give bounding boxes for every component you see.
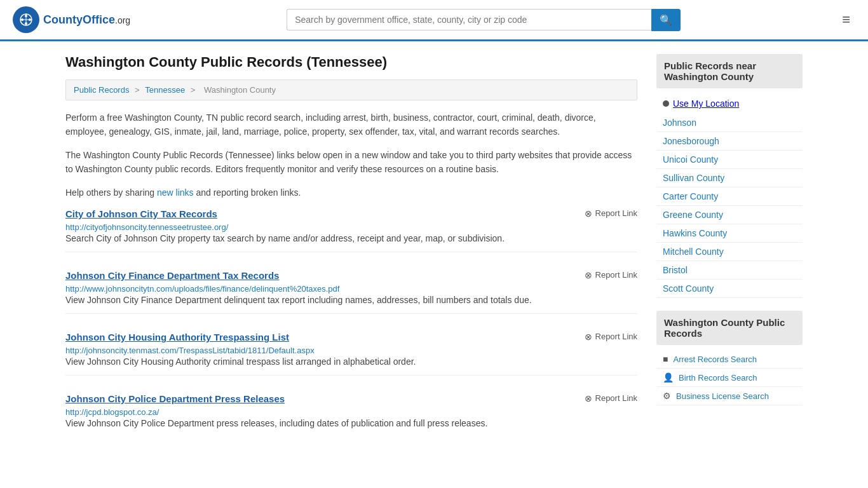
record-url[interactable]: http://jcpd.blogspot.co.za/ (65, 407, 159, 417)
nearby-place-item[interactable]: Bristol (656, 261, 803, 280)
use-location-link[interactable]: Use My Location (673, 98, 739, 109)
nearby-place-item[interactable]: Jonesborough (656, 132, 803, 151)
logo-area[interactable]: CountyOffice.org (13, 6, 130, 33)
record-entry: Johnson City Finance Department Tax Reco… (65, 270, 637, 314)
record-desc: View Johnson City Finance Department del… (65, 294, 637, 307)
description-2: The Washington County Public Records (Te… (65, 148, 637, 177)
breadcrumb-tennessee[interactable]: Tennessee (145, 85, 185, 95)
nearby-place-item[interactable]: Hawkins County (656, 224, 803, 243)
location-dot-icon (663, 100, 669, 107)
nearby-place-link[interactable]: Scott County (663, 283, 714, 294)
breadcrumb-public-records[interactable]: Public Records (74, 85, 129, 95)
report-link[interactable]: ⊗ Report Link (585, 393, 637, 403)
nearby-place-item[interactable]: Sullivan County (656, 169, 803, 187)
record-entry: Johnson City Housing Authority Trespassi… (65, 332, 637, 376)
record-desc: View Johnson City Police Department pres… (65, 417, 637, 430)
breadcrumb-sep2: > (191, 85, 198, 95)
description-3: Help others by sharing new links and rep… (65, 186, 637, 200)
report-icon: ⊗ (585, 332, 592, 342)
nearby-place-item[interactable]: Johnson (656, 114, 803, 132)
nearby-place-item[interactable]: Unicoi County (656, 151, 803, 169)
search-input[interactable] (287, 9, 651, 30)
record-entry: Johnson City Police Department Press Rel… (65, 393, 637, 437)
record-entry: City of Johnson City Tax Records ⊗ Repor… (65, 208, 637, 252)
nearby-place-link[interactable]: Unicoi County (663, 154, 718, 165)
menu-button[interactable]: ≡ (837, 9, 855, 30)
report-link-label: Report Link (595, 270, 637, 280)
record-type-icon: ■ (663, 354, 668, 364)
record-type-link[interactable]: Arrest Records Search (673, 355, 757, 364)
nearby-place-item[interactable]: Scott County (656, 280, 803, 298)
report-link-label: Report Link (595, 393, 637, 403)
record-type-link[interactable]: Business License Search (676, 391, 769, 401)
new-links-link[interactable]: new links (157, 187, 194, 198)
record-links-list: ■ Arrest Records Search 👤 Birth Records … (656, 350, 803, 405)
nearby-place-link[interactable]: Johnson (663, 118, 696, 128)
report-link-label: Report Link (595, 332, 637, 341)
record-desc: View Johnson City Housing Authority crim… (65, 355, 637, 369)
record-title[interactable]: Johnson City Police Department Press Rel… (65, 393, 285, 404)
record-title[interactable]: Johnson City Finance Department Tax Reco… (65, 270, 279, 281)
record-type-icon: 👤 (663, 372, 674, 383)
logo-icon (13, 6, 39, 33)
nearby-places-list: JohnsonJonesboroughUnicoi CountySullivan… (656, 114, 803, 298)
page-title: Washington County Public Records (Tennes… (65, 54, 637, 71)
report-icon: ⊗ (585, 393, 592, 403)
report-link[interactable]: ⊗ Report Link (585, 270, 637, 280)
search-button[interactable]: 🔍 (651, 9, 681, 31)
nearby-place-link[interactable]: Jonesborough (663, 136, 719, 146)
nearby-header: Public Records near Washington County (656, 54, 803, 88)
report-link[interactable]: ⊗ Report Link (585, 208, 637, 219)
breadcrumb-sep1: > (135, 85, 142, 95)
content-area: Washington County Public Records (Tennes… (65, 54, 637, 454)
nearby-place-item[interactable]: Greene County (656, 206, 803, 224)
search-area: 🔍 (287, 9, 681, 31)
search-icon: 🔍 (660, 15, 672, 25)
record-title[interactable]: City of Johnson City Tax Records (65, 208, 217, 219)
nearby-place-link[interactable]: Hawkins County (663, 228, 727, 238)
menu-icon: ≡ (842, 11, 850, 27)
sidebar-record-item[interactable]: ⚙ Business License Search (656, 387, 803, 405)
breadcrumb-washington-county: Washington County (204, 85, 276, 95)
sidebar-record-item[interactable]: 👤 Birth Records Search (656, 369, 803, 387)
sidebar-record-item[interactable]: ■ Arrest Records Search (656, 350, 803, 369)
record-url[interactable]: http://johnsoncity.tenmast.com/TrespassL… (65, 346, 315, 355)
nearby-place-item[interactable]: Carter County (656, 187, 803, 206)
record-type-link[interactable]: Birth Records Search (679, 373, 757, 383)
nearby-place-link[interactable]: Carter County (663, 191, 718, 201)
record-desc: Search City of Johnson City property tax… (65, 232, 637, 245)
logo-text: CountyOffice.org (43, 13, 130, 27)
report-link-label: Report Link (595, 208, 637, 218)
header: CountyOffice.org 🔍 ≡ (0, 0, 868, 41)
nearby-place-link[interactable]: Bristol (663, 265, 688, 275)
records-section-header: Washington County Public Records (656, 311, 803, 345)
record-url[interactable]: http://www.johnsoncitytn.com/uploads/fil… (65, 284, 339, 294)
report-link[interactable]: ⊗ Report Link (585, 332, 637, 342)
main-wrapper: Washington County Public Records (Tennes… (53, 41, 815, 467)
record-url[interactable]: http://cityofjohnsoncity.tennesseetruste… (65, 222, 228, 232)
nearby-section: Public Records near Washington County Us… (656, 54, 803, 298)
record-type-icon: ⚙ (663, 391, 671, 401)
nearby-place-item[interactable]: Mitchell County (656, 243, 803, 261)
description-1: Perform a free Washington County, TN pub… (65, 111, 637, 139)
report-icon: ⊗ (585, 270, 592, 280)
nearby-place-link[interactable]: Mitchell County (663, 247, 724, 257)
nearby-place-link[interactable]: Greene County (663, 210, 723, 220)
nearby-place-link[interactable]: Sullivan County (663, 173, 724, 183)
report-icon: ⊗ (585, 208, 592, 219)
sidebar: Public Records near Washington County Us… (656, 54, 803, 454)
use-location-item[interactable]: Use My Location (656, 93, 803, 114)
records-container: City of Johnson City Tax Records ⊗ Repor… (65, 208, 637, 437)
records-section: Washington County Public Records ■ Arres… (656, 311, 803, 405)
record-title[interactable]: Johnson City Housing Authority Trespassi… (65, 332, 289, 342)
breadcrumb: Public Records > Tennessee > Washington … (65, 79, 637, 100)
